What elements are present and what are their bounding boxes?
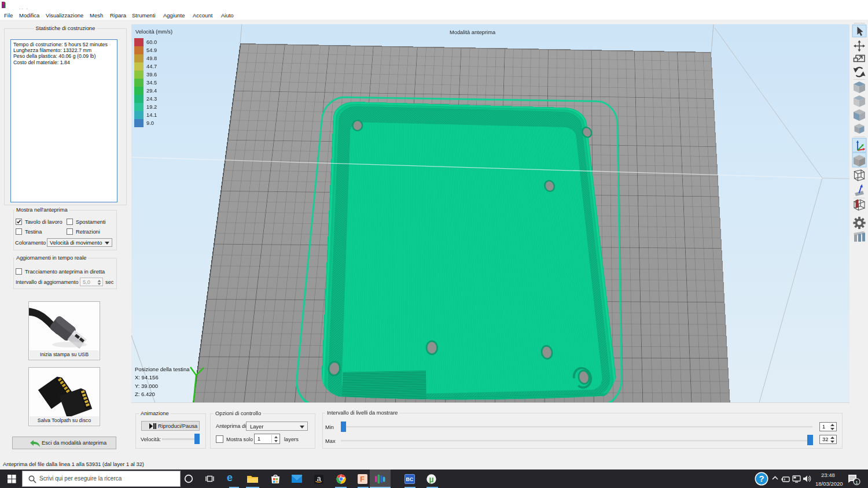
- svg-text:?: ?: [759, 474, 764, 483]
- svg-text:1: 1: [855, 480, 858, 485]
- svg-text:µ: µ: [429, 475, 433, 484]
